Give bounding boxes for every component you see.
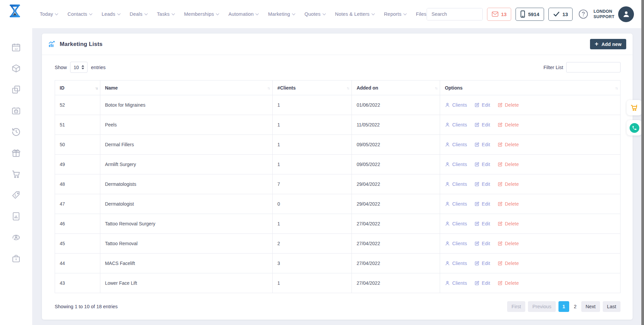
add-new-button[interactable]: + Add new [590, 39, 626, 49]
floating-phone-button[interactable] [627, 120, 642, 136]
clients-link[interactable]: Clients [445, 142, 467, 147]
nav-item[interactable]: Contacts [67, 11, 92, 17]
account-icon[interactable] [11, 233, 21, 242]
tasks-badge[interactable]: 13 [548, 8, 573, 21]
nav-item[interactable]: Automation [228, 11, 258, 17]
column-header-name[interactable]: Name ↑↓ [100, 80, 272, 95]
price-tag-icon[interactable]: $ [11, 191, 21, 200]
delete-link[interactable]: Delete [497, 162, 519, 167]
cell-id: 44 [55, 254, 100, 273]
checkmark-icon [553, 11, 560, 17]
help-button[interactable] [578, 9, 588, 19]
gift-icon[interactable] [11, 148, 21, 158]
report-icon[interactable] [11, 212, 21, 221]
clients-link[interactable]: Clients [445, 122, 467, 127]
edit-link[interactable]: Edit [474, 280, 490, 286]
chevron-down-icon [322, 12, 326, 15]
mail-notifications-badge[interactable]: 13 [487, 8, 512, 21]
edit-link[interactable]: Edit [474, 261, 490, 266]
nav-item[interactable]: Deals [130, 11, 147, 17]
clients-link[interactable]: Clients [445, 181, 467, 187]
filter-list-input[interactable] [566, 62, 621, 72]
delete-link[interactable]: Delete [497, 102, 519, 108]
clients-link[interactable]: Clients [445, 280, 467, 286]
calls-badge[interactable]: 5914 [516, 8, 544, 21]
clients-link[interactable]: Clients [445, 102, 467, 108]
sort-icon: ↑↓ [267, 86, 270, 90]
cell-clients: 1 [273, 95, 352, 115]
column-header-id[interactable]: ID ↑↓ [55, 80, 100, 95]
case-lock-icon[interactable] [11, 254, 21, 263]
delete-link[interactable]: Delete [497, 261, 519, 266]
delete-square-icon [497, 122, 503, 127]
edit-link[interactable]: Edit [474, 221, 490, 226]
previous-page-button[interactable]: Previous [528, 301, 555, 312]
duplicate-icon[interactable] [11, 85, 21, 94]
sort-icon: ↑↓ [435, 86, 437, 90]
app-logo-hourglass-icon[interactable] [9, 4, 21, 22]
edit-link[interactable]: Edit [474, 162, 490, 167]
cart-icon[interactable] [11, 169, 21, 179]
delete-link[interactable]: Delete [497, 280, 519, 286]
calendar-icon[interactable]: 12 [11, 43, 21, 52]
task-count: 13 [562, 11, 568, 17]
clients-link[interactable]: Clients [445, 241, 467, 246]
package-icon[interactable] [11, 64, 21, 73]
left-sidebar: 12 $ [0, 28, 32, 325]
cell-name: Dermal Fillers [100, 135, 272, 155]
nav-item[interactable]: Today [40, 11, 58, 17]
floating-cart-button[interactable] [627, 100, 642, 115]
clients-link[interactable]: Clients [445, 201, 467, 207]
delete-link[interactable]: Delete [497, 221, 519, 226]
column-header-clients[interactable]: #Clients ↑↓ [273, 80, 352, 95]
sort-icon: ↑↓ [615, 86, 618, 90]
delete-square-icon [497, 221, 503, 226]
page-1-button[interactable]: 1 [558, 301, 569, 312]
delete-link[interactable]: Delete [497, 122, 519, 127]
nav-item[interactable]: Files [416, 11, 427, 17]
nav-item[interactable]: Tasks [157, 11, 174, 17]
nav-item[interactable]: Marketing [268, 11, 294, 17]
cell-name: Dermatologists [100, 174, 272, 194]
nav-item[interactable]: Memberships [184, 11, 219, 17]
clients-link[interactable]: Clients [445, 261, 467, 266]
nav-item[interactable]: Leads [102, 11, 120, 17]
chevron-down-icon [144, 12, 148, 15]
edit-link[interactable]: Edit [474, 241, 490, 246]
last-page-button[interactable]: Last [603, 301, 621, 312]
edit-link[interactable]: Edit [474, 142, 490, 147]
table-header-row: ID ↑↓ Name ↑↓ #Clients ↑↓ Added on ↑↓ [55, 80, 621, 95]
clients-link[interactable]: Clients [445, 221, 467, 226]
edit-link[interactable]: Edit [474, 181, 490, 187]
clients-link[interactable]: Clients [445, 162, 467, 167]
nav-item[interactable]: Notes & Letters [335, 11, 374, 17]
nav-item-label: Files [416, 11, 427, 17]
edit-link[interactable]: Edit [474, 102, 490, 108]
scrollbar-thumb[interactable] [641, 0, 644, 325]
nav-item[interactable]: Reports [384, 11, 406, 17]
cell-name: Tattoo Removal Surgery [100, 214, 272, 234]
delete-link[interactable]: Delete [497, 142, 519, 147]
order-basket-icon[interactable] [11, 106, 21, 115]
delete-link[interactable]: Delete [497, 241, 519, 246]
table-row: 52 Botox for Migraines 1 01/06/2022 [55, 95, 621, 115]
first-page-button[interactable]: First [507, 301, 525, 312]
page-size-select[interactable]: 10 [70, 62, 88, 73]
chevron-down-icon [292, 12, 295, 15]
history-icon[interactable] [11, 127, 21, 137]
search-input[interactable] [427, 8, 483, 20]
table-footer: Showing 1 to 10 of 18 entries First Prev… [55, 301, 621, 312]
edit-square-icon [474, 181, 480, 187]
delete-link[interactable]: Delete [497, 181, 519, 187]
next-page-button[interactable]: Next [581, 301, 600, 312]
delete-link[interactable]: Delete [497, 201, 519, 207]
cart-icon [630, 104, 638, 112]
column-header-options[interactable]: Options ↑↓ [440, 80, 621, 95]
user-avatar[interactable] [618, 6, 634, 22]
edit-link[interactable]: Edit [474, 201, 490, 207]
page-2-button[interactable]: 2 [572, 301, 579, 312]
column-header-added-on[interactable]: Added on ↑↓ [352, 80, 440, 95]
cell-clients: 1 [273, 273, 352, 293]
edit-link[interactable]: Edit [474, 122, 490, 127]
nav-item[interactable]: Quotes [305, 11, 325, 17]
